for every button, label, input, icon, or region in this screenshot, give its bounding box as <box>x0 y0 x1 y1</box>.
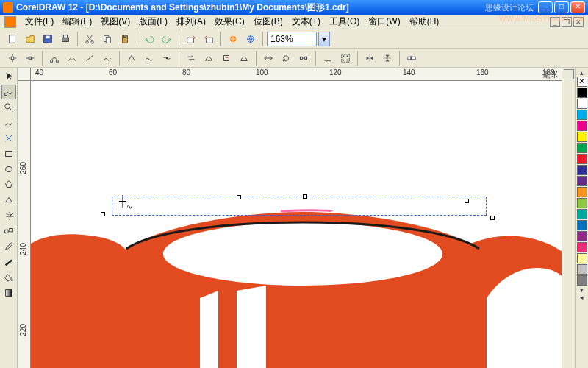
cusp-node-button[interactable] <box>123 50 140 66</box>
app-launcher-button[interactable] <box>225 31 241 47</box>
menu-arrange[interactable]: 排列(A) <box>172 14 210 29</box>
swatch[interactable] <box>577 253 587 263</box>
paste-button[interactable] <box>117 31 133 47</box>
close-button[interactable]: ✕ <box>570 1 585 13</box>
ellipse-tool[interactable] <box>1 162 16 177</box>
svg-rect-31 <box>5 152 12 157</box>
swatch[interactable] <box>577 99 587 109</box>
curve-node[interactable] <box>490 216 495 220</box>
cut-button[interactable] <box>82 31 98 47</box>
menu-bitmaps[interactable]: 位图(B) <box>249 14 287 29</box>
app-menu-icon[interactable] <box>4 16 16 28</box>
outline-tool[interactable] <box>1 255 16 269</box>
menu-tools[interactable]: 工具(O) <box>325 14 364 29</box>
minimize-button[interactable]: _ <box>538 1 553 13</box>
horizontal-ruler[interactable]: 40 60 80 100 120 140 160 180 <box>31 68 562 81</box>
swatch[interactable] <box>577 209 587 219</box>
smooth-node-button[interactable] <box>141 50 157 66</box>
swatch[interactable] <box>577 121 587 131</box>
reflect-h-button[interactable] <box>362 50 378 66</box>
extend-curve-button[interactable] <box>201 50 217 66</box>
menu-view[interactable]: 视图(V) <box>96 14 135 29</box>
to-curve-button[interactable] <box>99 50 115 66</box>
copy-button[interactable] <box>99 31 115 47</box>
text-tool[interactable]: 字 <box>1 208 16 223</box>
palette-scroll-up[interactable]: ▴ <box>577 69 587 77</box>
curve-node[interactable] <box>303 194 307 199</box>
eyedropper-tool[interactable] <box>1 239 16 254</box>
stretch-nodes-button[interactable] <box>260 50 276 66</box>
interactive-blend-tool[interactable] <box>1 224 16 238</box>
rotate-nodes-button[interactable] <box>278 50 294 66</box>
menu-help[interactable]: 帮助(H) <box>405 14 444 29</box>
swatch[interactable] <box>577 187 587 197</box>
select-all-nodes-button[interactable] <box>337 50 354 66</box>
reverse-direction-button[interactable] <box>183 50 199 66</box>
swatch[interactable] <box>577 231 587 241</box>
drawing-canvas[interactable]: ┼∿ <box>31 81 562 368</box>
menu-edit[interactable]: 编辑(E) <box>58 14 96 29</box>
swatch[interactable] <box>577 88 587 98</box>
polygon-tool[interactable] <box>1 177 16 192</box>
extract-subpath-button[interactable] <box>218 50 234 66</box>
menu-file[interactable]: 文件(F) <box>21 14 58 29</box>
export-button[interactable] <box>201 31 217 47</box>
delete-node-button[interactable] <box>22 50 38 66</box>
curve-node[interactable] <box>237 195 241 199</box>
reflect-v-button[interactable] <box>379 50 395 66</box>
docker-toggle-button[interactable] <box>564 69 574 79</box>
smart-draw-tool[interactable] <box>1 131 16 146</box>
fill-tool[interactable] <box>1 270 16 285</box>
swatch[interactable] <box>577 220 587 230</box>
swatch[interactable] <box>577 198 587 208</box>
zoom-dropdown-button[interactable]: ▾ <box>318 32 330 46</box>
shape-tool[interactable] <box>1 85 16 99</box>
menu-text[interactable]: 文本(T) <box>287 14 325 29</box>
swatch[interactable] <box>577 132 587 142</box>
swatch[interactable] <box>577 165 587 175</box>
swatch[interactable] <box>577 242 587 252</box>
basic-shapes-tool[interactable] <box>1 193 16 208</box>
interactive-fill-tool[interactable] <box>1 286 16 300</box>
align-nodes-button[interactable] <box>295 50 312 66</box>
menu-layout[interactable]: 版面(L) <box>135 14 172 29</box>
add-node-button[interactable] <box>4 50 21 66</box>
swatch[interactable] <box>577 176 587 186</box>
freehand-tool[interactable] <box>1 116 16 130</box>
import-button[interactable] <box>183 31 199 47</box>
maximize-button[interactable]: □ <box>554 1 569 13</box>
save-button[interactable] <box>40 31 56 47</box>
open-button[interactable] <box>22 31 38 47</box>
undo-button[interactable] <box>141 31 157 47</box>
symmetric-node-button[interactable] <box>159 50 175 66</box>
elastic-mode-button[interactable] <box>320 50 336 66</box>
curve-node[interactable] <box>101 212 105 216</box>
ruler-origin[interactable] <box>18 68 31 81</box>
swatch[interactable] <box>577 154 587 164</box>
redo-button[interactable] <box>159 31 175 47</box>
zoom-input[interactable] <box>267 32 317 46</box>
curve-node[interactable] <box>465 199 469 203</box>
swatch[interactable] <box>577 264 587 275</box>
to-line-button[interactable] <box>82 50 98 66</box>
pick-tool[interactable] <box>1 69 16 84</box>
swatch-none[interactable] <box>577 77 587 87</box>
menu-effects[interactable]: 效果(C) <box>210 14 249 29</box>
swatch[interactable] <box>577 143 587 153</box>
palette-scroll-down[interactable]: ▾ <box>577 286 587 294</box>
swatch[interactable] <box>577 275 587 286</box>
svg-rect-25 <box>343 59 345 60</box>
swatch[interactable] <box>577 110 587 120</box>
new-button[interactable] <box>4 31 21 47</box>
break-node-button[interactable] <box>64 50 80 66</box>
curve-smoothness-button[interactable] <box>404 50 420 66</box>
rectangle-tool[interactable] <box>1 146 16 161</box>
menu-window[interactable]: 窗口(W) <box>364 14 404 29</box>
palette-flyout[interactable]: ◂ <box>577 294 587 301</box>
print-button[interactable] <box>57 31 74 47</box>
join-nodes-button[interactable] <box>46 50 62 66</box>
corel-online-button[interactable] <box>243 31 259 47</box>
vertical-ruler[interactable]: 260 240 220 <box>18 81 31 368</box>
zoom-tool[interactable] <box>1 100 16 115</box>
auto-close-button[interactable] <box>236 50 252 66</box>
